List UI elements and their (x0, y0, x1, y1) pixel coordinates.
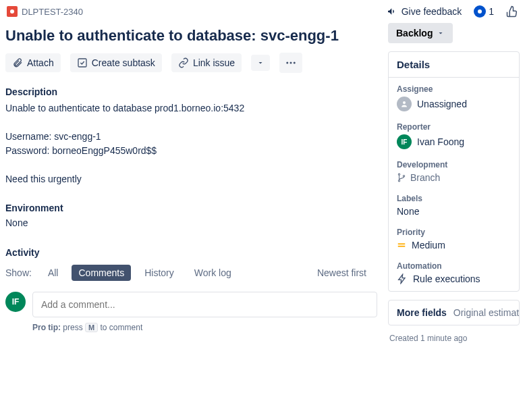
chevron-down-icon (437, 29, 445, 37)
give-feedback-label: Give feedback (402, 6, 462, 17)
newest-first-label: Newest first (317, 267, 366, 278)
pro-tip-after: to comment (98, 323, 142, 332)
user-avatar: IF (5, 292, 26, 312)
environment-label: Environment (5, 203, 377, 213)
pro-tip-prefix: Pro tip: (32, 323, 61, 332)
link-issue-button[interactable]: Link issue (171, 53, 242, 72)
development-branch: Branch (410, 172, 440, 183)
created-timestamp: Created 1 minute ago (388, 334, 520, 343)
details-title[interactable]: Details (389, 52, 519, 78)
details-panel: Details Assignee Unassigned Reporter IF (388, 51, 520, 292)
reporter-value: Ivan Foong (417, 136, 464, 147)
more-icon (285, 57, 297, 69)
priority-medium-icon (397, 240, 406, 250)
assignee-label: Assignee (397, 84, 511, 94)
link-dropdown-button[interactable] (251, 55, 270, 71)
comment-input[interactable] (32, 292, 377, 317)
give-feedback-button[interactable]: Give feedback (387, 6, 462, 17)
field-reporter[interactable]: Reporter IF Ivan Foong (397, 122, 511, 149)
field-automation: Automation Rule executions (397, 261, 511, 284)
attach-label: Attach (27, 57, 54, 68)
svg-point-1 (286, 62, 288, 64)
field-development[interactable]: Development Branch (397, 160, 511, 183)
link-icon (178, 57, 189, 68)
svg-point-4 (403, 101, 406, 104)
field-priority[interactable]: Priority Medium (397, 228, 511, 251)
like-button[interactable] (506, 5, 518, 18)
rule-executions-link[interactable]: Rule executions (397, 273, 511, 284)
more-fields-label: More fields (397, 307, 447, 318)
svg-point-2 (290, 62, 292, 64)
chevron-down-icon (256, 59, 265, 67)
issue-title[interactable]: Unable to authenticate to database: svc-… (5, 27, 377, 45)
status-dropdown[interactable]: Backlog (388, 23, 453, 43)
svg-rect-9 (398, 246, 406, 247)
subtask-icon (77, 57, 88, 68)
reporter-avatar: IF (397, 134, 412, 149)
breadcrumb[interactable]: DLPTEST-2340 (7, 6, 83, 17)
environment-value[interactable]: None (5, 217, 377, 228)
watch-button[interactable]: 1 (474, 5, 494, 18)
issue-key[interactable]: DLPTEST-2340 (22, 7, 83, 17)
field-labels[interactable]: Labels None (397, 194, 511, 217)
labels-value: None (397, 206, 419, 217)
pro-tip: Pro tip: press M to comment (32, 323, 377, 332)
create-subtask-label: Create subtask (92, 57, 155, 68)
activity-label: Activity (5, 247, 377, 258)
show-label: Show: (5, 267, 32, 278)
attach-button[interactable]: Attach (5, 53, 61, 72)
development-label: Development (397, 160, 511, 169)
sort-icon (369, 269, 377, 277)
svg-rect-8 (398, 243, 406, 244)
sort-newest-first[interactable]: Newest first (317, 267, 377, 278)
pro-tip-before: press (61, 323, 85, 332)
tab-comments[interactable]: Comments (72, 265, 131, 281)
svg-point-5 (398, 174, 399, 175)
more-actions-button[interactable] (279, 53, 302, 73)
pro-tip-key: M (85, 323, 98, 332)
field-assignee[interactable]: Assignee Unassigned (397, 84, 511, 111)
priority-label: Priority (397, 228, 511, 237)
assignee-value: Unassigned (417, 99, 467, 109)
attach-icon (12, 57, 23, 68)
megaphone-icon (387, 6, 397, 17)
tab-all[interactable]: All (41, 265, 65, 281)
branch-icon (397, 173, 406, 182)
unassigned-avatar-icon (397, 97, 412, 111)
thumbs-up-icon (506, 5, 518, 18)
svg-point-7 (403, 176, 404, 177)
status-label: Backlog (396, 28, 433, 38)
link-issue-label: Link issue (193, 57, 235, 68)
svg-point-6 (398, 180, 399, 182)
watch-count: 1 (489, 6, 494, 17)
priority-value: Medium (412, 240, 445, 251)
lightning-icon (397, 273, 408, 284)
issue-type-icon (7, 6, 18, 17)
automation-value: Rule executions (413, 273, 480, 284)
svg-rect-0 (78, 59, 86, 67)
svg-point-3 (294, 62, 296, 64)
description-label: Description (5, 86, 377, 97)
create-subtask-button[interactable]: Create subtask (70, 53, 162, 72)
eye-icon (474, 5, 486, 18)
tab-history[interactable]: History (138, 265, 181, 281)
more-fields-rest: Original estimate, Tim (453, 307, 520, 318)
tab-worklog[interactable]: Work log (188, 265, 238, 281)
description-body[interactable]: Unable to authenticate to database prod1… (5, 101, 377, 186)
automation-label: Automation (397, 261, 511, 271)
labels-label: Labels (397, 194, 511, 203)
reporter-label: Reporter (397, 122, 511, 132)
more-fields-panel[interactable]: More fields Original estimate, Tim (388, 300, 520, 325)
